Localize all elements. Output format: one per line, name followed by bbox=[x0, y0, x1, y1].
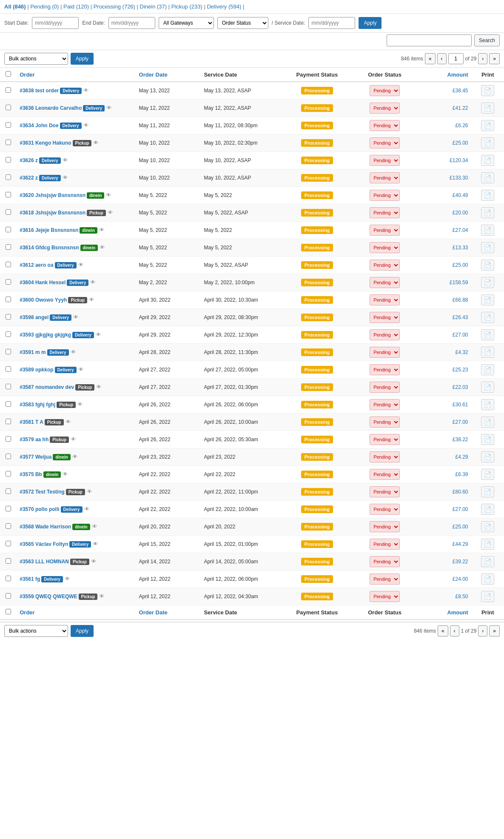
page-first-btn-bottom[interactable]: « bbox=[438, 625, 448, 636]
bulk-actions-select-top[interactable]: Bulk actions bbox=[4, 53, 68, 65]
order-status-dropdown[interactable]: Pending bbox=[370, 574, 400, 585]
order-link[interactable]: #3634 John Doe bbox=[20, 123, 58, 128]
print-button[interactable]: 📄 bbox=[481, 417, 494, 428]
order-status-dropdown[interactable]: Pending bbox=[370, 103, 400, 114]
row-checkbox[interactable] bbox=[6, 541, 11, 546]
end-date-input[interactable] bbox=[108, 17, 155, 29]
order-footer[interactable]: Order bbox=[16, 605, 135, 620]
order-link[interactable]: #3593 gjkgjkg gkjgkg bbox=[20, 332, 71, 338]
order-status-dropdown[interactable]: Pending bbox=[370, 225, 400, 236]
order-status-dropdown[interactable]: Pending bbox=[370, 120, 400, 131]
view-icon[interactable]: 👁 bbox=[65, 419, 71, 425]
row-checkbox[interactable] bbox=[6, 506, 11, 511]
print-button[interactable]: 📄 bbox=[481, 120, 494, 131]
order-status-dropdown[interactable]: Pending bbox=[370, 312, 400, 323]
order-link[interactable]: #3581 T A bbox=[20, 419, 43, 425]
order-status-dropdown[interactable]: Pending bbox=[370, 347, 400, 358]
row-checkbox[interactable] bbox=[6, 488, 11, 494]
view-icon[interactable]: 👁 bbox=[87, 488, 92, 495]
page-prev-btn-bottom[interactable]: ‹ bbox=[450, 625, 459, 636]
view-icon[interactable]: 👁 bbox=[93, 541, 98, 547]
order-status-dropdown[interactable]: Pending bbox=[370, 591, 400, 602]
print-button[interactable]: 📄 bbox=[481, 347, 494, 358]
view-icon[interactable]: 👁 bbox=[93, 140, 99, 146]
row-checkbox[interactable] bbox=[6, 122, 11, 128]
row-checkbox[interactable] bbox=[6, 401, 11, 407]
view-icon[interactable]: 👁 bbox=[71, 349, 76, 355]
order-link[interactable]: #3636 Leonardo Carvalho bbox=[20, 105, 82, 111]
print-button[interactable]: 📄 bbox=[481, 277, 494, 288]
view-icon[interactable]: 👁 bbox=[99, 227, 105, 233]
row-checkbox[interactable] bbox=[6, 471, 11, 477]
view-icon[interactable]: 👁 bbox=[63, 471, 68, 477]
order-status-dropdown[interactable]: Pending bbox=[370, 260, 400, 271]
amount-header[interactable]: Amount bbox=[423, 68, 472, 82]
view-icon[interactable]: 👁 bbox=[72, 454, 78, 460]
view-icon[interactable]: 👁 bbox=[99, 593, 105, 599]
row-checkbox[interactable] bbox=[6, 593, 11, 599]
row-checkbox[interactable] bbox=[6, 454, 11, 459]
print-button[interactable]: 📄 bbox=[481, 207, 494, 218]
print-button[interactable]: 📄 bbox=[481, 85, 494, 96]
amount-footer[interactable]: Amount bbox=[423, 605, 472, 620]
start-date-input[interactable] bbox=[32, 17, 79, 29]
order-header[interactable]: Order bbox=[16, 68, 135, 82]
view-icon[interactable]: 👁 bbox=[106, 192, 111, 198]
print-button[interactable]: 📄 bbox=[481, 155, 494, 166]
order-link[interactable]: #3565 Václav Foltyn bbox=[20, 541, 68, 547]
order-status-dropdown[interactable]: Pending bbox=[370, 155, 400, 166]
row-checkbox[interactable] bbox=[6, 384, 11, 389]
select-all-checkbox-footer[interactable] bbox=[6, 609, 11, 614]
gateway-select[interactable]: All Gateways bbox=[159, 17, 214, 29]
order-link[interactable]: #3618 Jshsjsjw Bsnsnsnsn bbox=[20, 210, 85, 216]
print-button[interactable]: 📄 bbox=[481, 242, 494, 253]
print-button[interactable]: 📄 bbox=[481, 556, 494, 567]
row-checkbox[interactable] bbox=[6, 140, 11, 145]
page-prev-btn-top[interactable]: ‹ bbox=[437, 53, 447, 64]
order-status-dropdown[interactable]: Pending bbox=[370, 294, 400, 305]
view-icon[interactable]: 👁 bbox=[89, 297, 94, 303]
row-checkbox[interactable] bbox=[6, 262, 11, 267]
page-last-btn-bottom[interactable]: » bbox=[489, 625, 500, 636]
order-link[interactable]: #3583 fghj fghj bbox=[20, 402, 55, 408]
order-status-dropdown[interactable]: Pending bbox=[370, 434, 400, 445]
page-input-top[interactable] bbox=[448, 53, 464, 64]
row-checkbox[interactable] bbox=[6, 349, 11, 354]
order-status-dropdown[interactable]: Pending bbox=[370, 504, 400, 515]
row-checkbox[interactable] bbox=[6, 558, 11, 564]
print-button[interactable]: 📄 bbox=[481, 434, 494, 445]
order-status-dropdown[interactable]: Pending bbox=[370, 207, 400, 218]
order-link[interactable]: #3600 Owowo Yyyh bbox=[20, 297, 67, 303]
select-all-footer[interactable] bbox=[0, 605, 16, 620]
order-link[interactable]: #3577 Weijua bbox=[20, 454, 51, 460]
page-first-btn-top[interactable]: « bbox=[425, 53, 436, 64]
order-link[interactable]: #3563 LLL HOMNAN bbox=[20, 559, 69, 565]
order-link[interactable]: #3561 fg bbox=[20, 576, 40, 582]
search-input[interactable] bbox=[387, 34, 472, 46]
order-link[interactable]: #3572 Test Testing bbox=[20, 489, 65, 495]
row-checkbox[interactable] bbox=[6, 314, 11, 320]
nav-dinein[interactable]: Dinein (37) bbox=[140, 3, 167, 10]
row-checkbox[interactable] bbox=[6, 419, 11, 424]
nav-pickup[interactable]: Pickup (233) bbox=[171, 3, 202, 10]
order-status-dropdown[interactable]: Pending bbox=[370, 486, 400, 497]
view-icon[interactable]: 👁 bbox=[90, 279, 96, 285]
order-link[interactable]: #3587 noumandev dev bbox=[20, 384, 74, 390]
row-checkbox[interactable] bbox=[6, 279, 11, 285]
row-checkbox[interactable] bbox=[6, 157, 11, 163]
row-checkbox[interactable] bbox=[6, 297, 11, 302]
select-all-checkbox[interactable] bbox=[6, 71, 11, 77]
print-button[interactable]: 📄 bbox=[481, 399, 494, 410]
print-button[interactable]: 📄 bbox=[481, 103, 494, 114]
order-link[interactable]: #3579 aa hh bbox=[20, 437, 48, 442]
print-button[interactable]: 📄 bbox=[481, 469, 494, 480]
print-button[interactable]: 📄 bbox=[481, 539, 494, 550]
row-checkbox[interactable] bbox=[6, 87, 11, 93]
order-link[interactable]: #3604 Hank Hessel bbox=[20, 280, 65, 285]
row-checkbox[interactable] bbox=[6, 209, 11, 215]
nav-all[interactable]: All (846) bbox=[4, 3, 26, 10]
view-icon[interactable]: 👁 bbox=[96, 331, 101, 338]
row-checkbox[interactable] bbox=[6, 105, 11, 110]
order-status-dropdown[interactable]: Pending bbox=[370, 469, 400, 480]
bulk-actions-select-bottom[interactable]: Bulk actions bbox=[4, 625, 68, 637]
